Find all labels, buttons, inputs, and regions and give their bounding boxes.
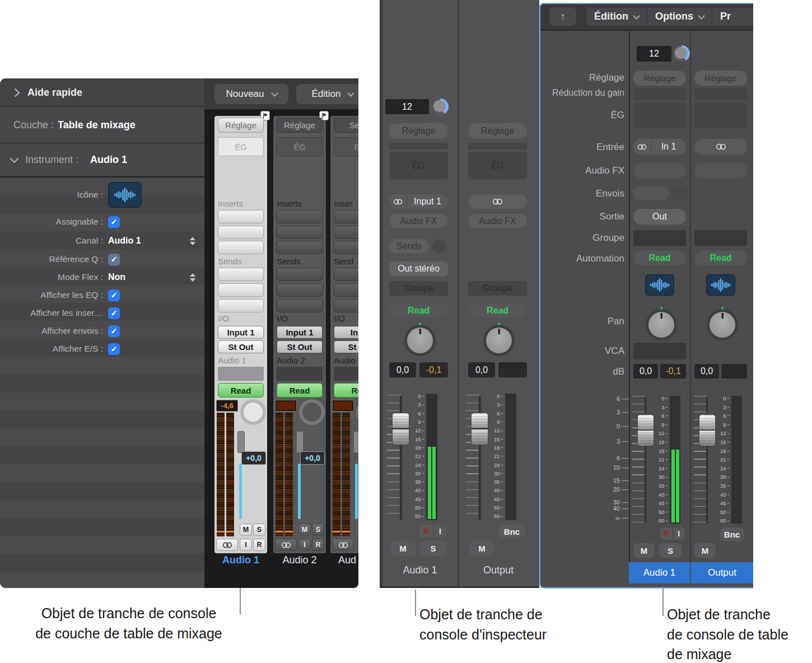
setting-button[interactable]: Réglage (218, 118, 264, 133)
volume-value[interactable]: +0,0 (300, 451, 325, 465)
mute-button[interactable]: M (633, 543, 655, 558)
eq-button[interactable]: ÉG (218, 137, 264, 156)
peak-value[interactable]: -0,1 (660, 364, 686, 379)
peak-value[interactable] (721, 364, 747, 379)
vca-slot[interactable] (633, 343, 686, 359)
mute-button[interactable]: M (469, 541, 494, 555)
input-monitor-button[interactable]: I (298, 539, 311, 551)
insert-slot[interactable] (277, 210, 323, 223)
volume-fader-track[interactable] (298, 464, 301, 519)
format-button[interactable] (468, 194, 527, 209)
volume-fader-handle[interactable] (237, 431, 245, 453)
track-icon-button[interactable] (108, 182, 142, 208)
audio-fx-button[interactable] (633, 163, 686, 178)
volume-fader-handle[interactable] (296, 431, 304, 453)
pan-knob[interactable] (646, 309, 677, 340)
volume-value[interactable]: 0,0 (468, 362, 495, 377)
input-button[interactable]: Input 1 (277, 326, 323, 339)
solo-button[interactable]: S (419, 541, 447, 555)
insert-slot[interactable] (277, 241, 323, 254)
input-button[interactable]: Input 1 (218, 326, 264, 339)
audio-fx-button[interactable]: Audio FX (389, 214, 448, 228)
eq-button[interactable] (694, 103, 747, 128)
pan-knob[interactable] (707, 309, 738, 340)
send-slot[interactable] (277, 268, 323, 281)
send-slot[interactable] (334, 283, 358, 297)
volume-fader-handle[interactable] (699, 414, 716, 446)
track-name-audio2[interactable]: Audio 2 (273, 554, 326, 566)
volume-value[interactable]: 0,0 (633, 364, 658, 379)
setting-button[interactable]: Réglage (694, 71, 747, 86)
layer-strip-audio1[interactable]: Réglage ÉG Inserts Sends I/O Input 1 St … (214, 116, 267, 553)
setting-button[interactable]: Sett (334, 118, 358, 133)
quick-help-header[interactable]: Aide rapide (0, 78, 204, 107)
send-slot[interactable] (218, 283, 264, 297)
peak-display[interactable] (275, 400, 297, 412)
strip-name[interactable]: Audio 1 (382, 564, 458, 576)
automation-button[interactable]: Read (633, 251, 686, 265)
show-eq-checkbox[interactable]: ✓ (108, 290, 120, 301)
group-button[interactable]: Groupe (468, 281, 527, 296)
peak-display[interactable] (332, 400, 354, 412)
strip-name-audio1[interactable]: Audio 1 (629, 562, 690, 583)
show-io-checkbox[interactable]: ✓ (108, 343, 120, 355)
assignable-checkbox[interactable]: ✓ (108, 216, 120, 228)
bounce-button[interactable]: Bnc (720, 527, 744, 541)
back-button[interactable]: ↑ (549, 7, 576, 26)
setting-button[interactable]: Réglage (468, 123, 527, 138)
audio-fx-button[interactable] (694, 163, 747, 178)
input-monitor-button[interactable]: I (240, 539, 252, 551)
group-button[interactable] (694, 230, 747, 246)
canal-value[interactable]: Audio 1 (108, 236, 141, 246)
group-button[interactable] (633, 230, 686, 246)
input-button[interactable]: In 1 (633, 139, 686, 155)
volume-fader-handle[interactable] (353, 431, 358, 453)
send-knob[interactable] (673, 186, 687, 200)
gain-knob[interactable] (432, 99, 449, 115)
bounce-button[interactable]: Bnc (498, 525, 525, 538)
automation-button[interactable]: Read (468, 304, 527, 318)
eq-button[interactable]: ÉG (277, 137, 323, 156)
input-monitor-button[interactable]: I (433, 525, 447, 538)
mute-button[interactable]: M (240, 524, 252, 536)
automation-button[interactable]: Read (277, 383, 323, 398)
volume-fader-track[interactable] (239, 464, 242, 519)
send-slot[interactable] (218, 299, 264, 312)
record-button[interactable]: R (660, 527, 673, 540)
send-slot[interactable] (277, 299, 323, 312)
track-name-3[interactable]: Aud (330, 554, 358, 566)
instrument-header[interactable]: Instrument : Audio 1 (0, 143, 204, 178)
view-menu[interactable]: Pr (712, 7, 739, 26)
eq-button[interactable]: ÉG (468, 152, 527, 179)
insert-slot[interactable] (334, 241, 358, 254)
sends-button[interactable] (633, 186, 669, 200)
input-monitor-button[interactable]: I (673, 527, 685, 540)
volume-fader-track[interactable] (355, 464, 358, 519)
volume-value[interactable]: 0,0 (694, 364, 719, 379)
solo-button[interactable]: S (253, 524, 265, 536)
mute-button[interactable]: M (298, 524, 311, 536)
layer-strip-3[interactable]: Sett E Inser Send I/O Inp St O Audio Re (330, 116, 358, 553)
insert-slot[interactable] (218, 210, 264, 223)
automation-button[interactable]: Read (389, 304, 448, 318)
track-icon-button[interactable] (645, 274, 674, 296)
reference-q-checkbox[interactable]: ✓ (108, 254, 120, 265)
show-inserts-checkbox[interactable]: ✓ (108, 307, 120, 319)
input-button[interactable]: Inp (334, 326, 358, 339)
output-button[interactable]: Out stéréo (389, 262, 448, 276)
peak-value[interactable]: -0,1 (419, 362, 448, 377)
volume-value[interactable]: 0,0 (389, 362, 416, 377)
insert-slot[interactable] (334, 210, 358, 223)
setting-button[interactable]: Réglage (389, 123, 448, 138)
volume-fader-handle[interactable] (471, 413, 488, 445)
send-knob[interactable] (432, 239, 446, 253)
edit-menu[interactable]: Édition (586, 7, 647, 26)
sends-button[interactable]: Sends (389, 239, 429, 253)
flex-mode-stepper[interactable] (190, 273, 195, 282)
track-icon-button[interactable] (706, 274, 735, 296)
solo-button[interactable]: S (659, 543, 682, 558)
send-slot[interactable] (218, 268, 264, 281)
record-input-buttons[interactable]: R I (419, 525, 447, 538)
canal-stepper[interactable] (190, 237, 195, 245)
automation-button[interactable]: Re (334, 383, 358, 398)
